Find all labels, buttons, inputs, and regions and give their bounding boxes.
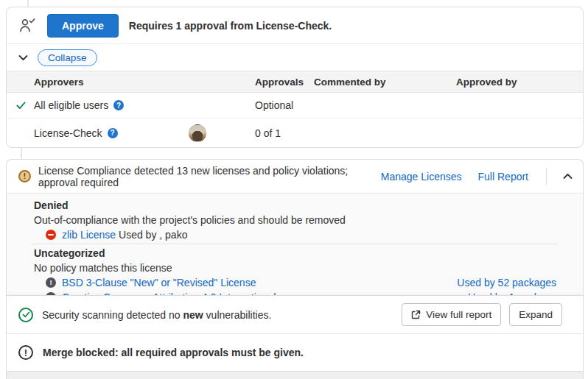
approver-name: All eligible users <box>34 99 108 111</box>
widget-footer-strip <box>7 371 583 379</box>
license-item-cc: ! Creative Commons Attribution 4.0 Inter… <box>7 290 583 295</box>
table-row-license-check: License-Check ? 0 of 1 <box>7 118 583 147</box>
license-item-bsd: ! BSD 3-Clause "New" or "Revised" Licens… <box>7 275 583 290</box>
approver-name: License-Check <box>34 127 102 139</box>
approvals-widget: Approve Requires 1 approval from License… <box>6 7 584 148</box>
header-approvals: Approvals <box>255 77 314 88</box>
license-link[interactable]: Creative Commons Attribution 4.0 Interna… <box>62 290 276 295</box>
security-scanning-text: Security scanning detected no new vulner… <box>42 309 393 321</box>
reports-widget: ! License Compliance detected 13 new lic… <box>6 159 584 379</box>
security-buttons: View full report Expand <box>402 303 562 326</box>
approvals-count: Optional <box>255 99 314 111</box>
used-by-link[interactable]: Used by 52 packages <box>457 275 556 290</box>
uncategorized-section-title: Uncategorized <box>7 246 583 261</box>
view-full-report-button[interactable]: View full report <box>402 303 501 326</box>
license-report-body: Denied Out-of-compliance with the projec… <box>7 193 583 295</box>
denied-section-title: Denied <box>7 198 583 213</box>
expand-button[interactable]: Expand <box>509 303 562 326</box>
license-item-zlib: zlib License Used by , pako <box>7 227 583 242</box>
info-icon: ! <box>46 277 56 288</box>
alert-icon: ! <box>18 345 33 360</box>
warning-icon: ! <box>18 170 31 183</box>
approve-button[interactable]: Approve <box>47 14 119 38</box>
external-link-icon <box>411 310 421 319</box>
denied-section-description: Out-of-compliance with the project's pol… <box>7 213 583 227</box>
approval-user-icon <box>18 18 37 33</box>
license-used-by-text: Used by , pako <box>119 229 187 241</box>
approvers-table-header: Approvers Approvals Commented by Approve… <box>7 71 583 93</box>
chevron-up-icon[interactable] <box>563 173 573 180</box>
section-divider <box>31 244 558 244</box>
security-scanning-row: Security scanning detected no new vulner… <box>7 295 583 333</box>
blocked-icon <box>46 230 56 240</box>
approve-row: Approve Requires 1 approval from License… <box>7 7 583 43</box>
full-report-link[interactable]: Full Report <box>478 171 528 183</box>
success-check-icon <box>18 308 33 322</box>
collapse-row: Collapse <box>7 43 583 71</box>
merge-blocked-text: Merge blocked: all required approvals mu… <box>43 347 304 358</box>
timeline-connector-mid <box>21 148 22 159</box>
compliance-links: Manage Licenses Full Report <box>381 169 573 185</box>
uncategorized-section-description: No policy matches this license <box>7 261 583 275</box>
license-link[interactable]: BSD 3-Clause "New" or "Revised" License <box>62 275 256 290</box>
approver-avatar[interactable] <box>189 124 206 142</box>
used-by-link[interactable]: Used by 1 package <box>468 290 556 295</box>
approved-check-icon <box>7 102 34 110</box>
approvals-count: 0 of 1 <box>255 127 314 139</box>
approval-requires-text: Requires 1 approval from License-Check. <box>129 20 332 32</box>
license-link[interactable]: zlib License <box>62 229 116 241</box>
header-commented-by: Commented by <box>314 77 456 88</box>
divider <box>546 169 547 185</box>
timeline-connector-top <box>27 0 29 7</box>
table-row-all-eligible-users: All eligible users ? Optional <box>7 93 583 118</box>
license-compliance-row: ! License Compliance detected 13 new lic… <box>7 160 583 193</box>
header-approved-by: Approved by <box>456 77 583 88</box>
manage-licenses-link[interactable]: Manage Licenses <box>381 171 462 183</box>
header-approvers: Approvers <box>34 77 255 88</box>
help-icon[interactable]: ? <box>113 100 124 110</box>
collapse-button[interactable]: Collapse <box>38 49 97 66</box>
license-compliance-summary: License Compliance detected 13 new licen… <box>38 165 374 188</box>
security-new-emphasis: new <box>183 309 203 321</box>
help-icon[interactable]: ? <box>108 128 118 138</box>
merge-blocked-row: ! Merge blocked: all required approvals … <box>7 333 583 371</box>
chevron-down-icon[interactable] <box>18 54 28 61</box>
